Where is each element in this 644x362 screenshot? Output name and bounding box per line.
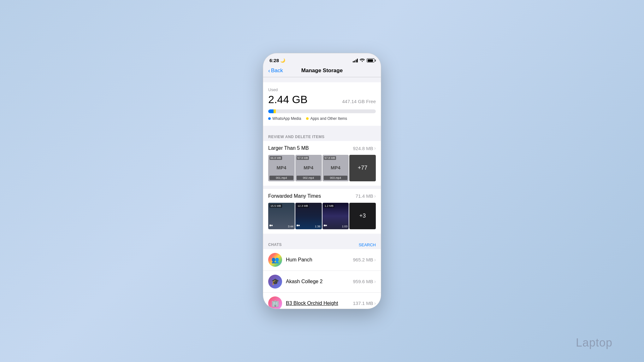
back-label: Back <box>271 67 283 74</box>
legend-apps: Apps and Other Items <box>306 116 347 121</box>
svg-rect-4 <box>324 225 326 226</box>
video1-size: 15.5 MB <box>269 204 282 208</box>
scroll-content[interactable]: Used 2.44 GB 447.14 GB Free WhatsApp Med… <box>263 77 381 309</box>
video2-duration: 1:36 <box>315 225 321 228</box>
review-section: Review and Delete Items Larger Than 5 MB… <box>263 132 381 234</box>
chats-header: Chats SEARCH <box>263 240 381 249</box>
thumb-mp4-1: 66.8 MB MP4 001.mp4 <box>268 155 295 181</box>
used-label: Used <box>268 87 376 92</box>
storage-bar-whatsapp <box>268 109 274 113</box>
signal-bars-icon <box>353 59 358 62</box>
video-thumb-2: 12.3 MB 1:36 <box>295 203 322 229</box>
akash-size-row: 959.6 MB › <box>353 279 376 284</box>
forwarded-card[interactable]: Forwarded Many Times 71.4 MB › 15.5 MB 3… <box>263 189 381 234</box>
thumb3-type: MP4 <box>331 165 340 170</box>
hum-panch-size: 965.2 MB <box>353 257 373 262</box>
avatar-hum-panch: 👥 <box>268 253 282 267</box>
thumb1-type: MP4 <box>276 165 286 170</box>
b3-size: 137.1 MB <box>353 301 373 306</box>
thumb2-type: MP4 <box>304 165 313 170</box>
forwarded-chevron-icon: › <box>374 193 376 199</box>
legend-whatsapp: WhatsApp Media <box>268 116 301 121</box>
chat-item-akash-college[interactable]: 🎓 Akash College 2 959.6 MB › <box>263 271 381 293</box>
chats-label: Chats <box>268 242 282 247</box>
storage-card: Used 2.44 GB 447.14 GB Free WhatsApp Med… <box>263 82 381 126</box>
forwarded-header: Forwarded Many Times 71.4 MB › <box>268 193 376 199</box>
hum-panch-chevron-icon: › <box>374 257 376 263</box>
larger-5mb-chevron-icon: › <box>374 145 376 151</box>
storage-bar <box>268 109 376 113</box>
chat-item-hum-panch[interactable]: 👥 Hum Panch 965.2 MB › <box>263 249 381 271</box>
thumb1-name: 001.mp4 <box>269 176 293 180</box>
larger-5mb-title: Larger Than 5 MB <box>268 145 309 151</box>
chat-name-b3-block: B3 Block Orchid Height <box>286 301 338 306</box>
storage-bar-apps <box>274 109 276 113</box>
svg-marker-3 <box>298 225 300 226</box>
svg-rect-2 <box>297 225 298 226</box>
video2-size: 12.3 MB <box>297 204 309 208</box>
larger-than-5mb-card[interactable]: Larger Than 5 MB 924.8 MB › 66.8 MB MP4 <box>263 141 381 186</box>
b3-size-row: 137.1 MB › <box>353 301 376 306</box>
avatar-b3-block: 🏢 <box>268 296 282 309</box>
svg-marker-5 <box>326 225 327 226</box>
forwarded-title: Forwarded Many Times <box>268 193 321 199</box>
video3-size: 1.2 MB <box>324 204 335 208</box>
battery-icon <box>367 58 375 62</box>
thumb3-name: 003.mp4 <box>324 176 348 180</box>
back-button[interactable]: ‹ Back <box>268 67 283 74</box>
nav-bar: ‹ Back Manage Storage <box>263 65 381 77</box>
thumb-mp4-3: 57.8 MB MP4 003.mp4 <box>322 155 349 181</box>
avatar-akash-college: 🎓 <box>268 275 282 289</box>
video2-cam-icon <box>297 222 300 228</box>
chat-name-hum-panch: Hum Panch <box>286 257 312 263</box>
forwarded-thumbnails: 15.5 MB 3:44 12.3 MB 1:36 <box>268 203 376 234</box>
larger-5mb-size: 924.8 MB <box>353 146 373 151</box>
free-value: 447.14 GB Free <box>342 99 376 104</box>
status-bar: 6:28 🌙 <box>263 53 381 65</box>
wifi-icon <box>360 58 365 63</box>
video-thumb-3: 1.2 MB 1:03 <box>322 203 349 229</box>
more-3-label: +3 <box>359 213 366 219</box>
larger-5mb-size-row: 924.8 MB › <box>353 145 376 151</box>
chats-search-button[interactable]: SEARCH <box>359 242 376 247</box>
used-value: 2.44 GB <box>268 93 308 106</box>
svg-rect-0 <box>269 225 271 226</box>
video1-duration: 3:44 <box>288 225 293 228</box>
legend-whatsapp-label: WhatsApp Media <box>272 116 301 121</box>
legend-dot-whatsapp <box>268 117 271 120</box>
section-spacer-1 <box>263 186 381 189</box>
chat-item-b3-block[interactable]: 🏢 B3 Block Orchid Height 137.1 MB › <box>263 293 381 309</box>
thumb2-name: 002.mp4 <box>297 176 321 180</box>
thumb-more-77: +77 <box>349 155 376 181</box>
chat-list: 👥 Hum Panch 965.2 MB › 🎓 <box>263 249 381 309</box>
legend-dot-apps <box>306 117 309 120</box>
thumb-mp4-2: 57.8 MB MP4 002.mp4 <box>295 155 322 181</box>
video3-cam-icon <box>324 222 327 228</box>
status-time: 6:28 <box>269 58 279 63</box>
phone-frame: 6:28 🌙 ‹ Back <box>263 53 381 309</box>
moon-icon: 🌙 <box>280 58 285 63</box>
thumb3-size: 57.8 MB <box>324 156 336 160</box>
thumb1-size: 66.8 MB <box>269 156 282 160</box>
forwarded-size: 71.4 MB <box>356 193 373 199</box>
video-thumb-1: 15.5 MB 3:44 <box>268 203 295 229</box>
video1-cam-icon <box>269 222 273 228</box>
svg-marker-1 <box>272 225 273 226</box>
chat-name-akash-college: Akash College 2 <box>286 279 323 284</box>
akash-size: 959.6 MB <box>353 279 373 284</box>
more-77-label: +77 <box>358 165 368 171</box>
thumb2-size: 57.8 MB <box>297 156 309 160</box>
akash-chevron-icon: › <box>374 279 376 284</box>
chats-section: Chats SEARCH 👥 Hum Panch 965.2 MB › <box>263 240 381 309</box>
review-header: Review and Delete Items <box>263 132 381 141</box>
larger-5mb-header: Larger Than 5 MB 924.8 MB › <box>268 145 376 151</box>
watermark: Laptop <box>576 336 612 349</box>
video-more-3: +3 <box>349 203 376 229</box>
video3-duration: 1:03 <box>342 225 348 228</box>
storage-legend: WhatsApp Media Apps and Other Items <box>268 116 376 121</box>
nav-title: Manage Storage <box>301 67 343 74</box>
hum-panch-size-row: 965.2 MB › <box>353 257 376 263</box>
status-icons <box>353 58 375 63</box>
back-chevron-icon: ‹ <box>268 68 270 73</box>
larger-5mb-thumbnails: 66.8 MB MP4 001.mp4 57.8 MB MP4 <box>268 155 376 186</box>
